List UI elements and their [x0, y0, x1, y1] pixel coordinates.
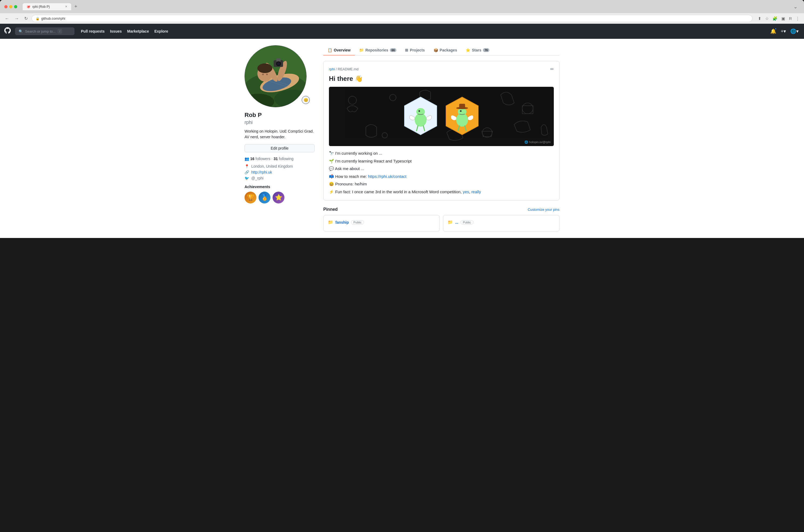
browser-tabs: 🐙 rphi (Rob P) ✕ +: [23, 3, 791, 11]
user-profile-icon[interactable]: R: [788, 15, 793, 22]
readme-list: 🔭 I'm currently working on ... 🌱 I'm cur…: [329, 150, 554, 195]
stars-icon: ⭐: [466, 48, 470, 52]
pinned-header: Pinned Customize your pins: [323, 207, 559, 212]
pinned-section: Pinned Customize your pins 📁 fanship Pub…: [323, 207, 559, 231]
traffic-lights: [4, 5, 17, 8]
browser-titlebar: 🐙 rphi (Rob P) ✕ + ⌄: [0, 0, 804, 13]
reload-button[interactable]: ↻: [23, 15, 30, 22]
followers-label: followers: [256, 157, 270, 161]
globe-language-button[interactable]: 🌐▾: [789, 27, 800, 35]
reader-mode-icon[interactable]: ▣: [780, 15, 786, 22]
share-icon[interactable]: ⬆: [757, 15, 763, 22]
list-item: 😄 Pronouns: he/him: [329, 181, 554, 187]
readme-header: rphi / README.md ✏: [329, 66, 554, 72]
browser-window: 🐙 rphi (Rob P) ✕ + ⌄ ← → ↻ 🔒 github.com/…: [0, 0, 804, 238]
svg-point-17: [266, 74, 268, 75]
nav-marketplace[interactable]: Marketplace: [127, 29, 149, 33]
followers-count[interactable]: 16: [250, 157, 255, 161]
svg-point-16: [262, 74, 264, 75]
list-item: 📫 How to reach me: https://rphi.uk/conta…: [329, 174, 554, 180]
pinned-repo-link-1[interactable]: fanship: [335, 220, 349, 225]
new-item-button[interactable]: +▾: [780, 27, 787, 35]
contact-link[interactable]: https://rphi.uk/contact: [368, 174, 407, 179]
new-tab-button[interactable]: +: [72, 3, 79, 11]
customize-pins-link[interactable]: Customize your pins: [528, 208, 559, 212]
tab-projects[interactable]: ⊞ Projects: [401, 45, 429, 56]
menu-icon[interactable]: ⋮: [794, 15, 801, 22]
close-window-button[interactable]: [4, 5, 7, 8]
avatar-container: 😊: [245, 45, 315, 107]
list-item: 💬 Ask me about ...: [329, 166, 554, 172]
twitter-icon: 🐦: [245, 176, 249, 180]
website-link[interactable]: http://rphi.uk: [251, 170, 272, 174]
readme-path-user[interactable]: rphi: [329, 67, 335, 71]
really-link[interactable]: really: [471, 189, 481, 194]
achievement-badge-3[interactable]: ⭐: [273, 192, 284, 204]
maximize-window-button[interactable]: [14, 5, 17, 8]
search-shortcut: /: [58, 29, 62, 33]
holopin-badge-2: [445, 96, 480, 137]
avatar-emoji-button[interactable]: 😊: [302, 96, 310, 104]
tab-stars[interactable]: ⭐ Stars 76: [461, 45, 494, 56]
tab-repositories[interactable]: 📁 Repositories 66: [355, 45, 401, 56]
edit-readme-icon[interactable]: ✏: [550, 66, 554, 72]
edit-profile-button[interactable]: Edit profile: [245, 144, 315, 152]
repo-visibility-badge-1: Public: [351, 220, 364, 225]
github-page: 🔍 Search or jump to... / Pull requests I…: [0, 24, 804, 238]
notifications-bell[interactable]: 🔔: [769, 27, 777, 35]
repo-visibility-badge-2: Public: [461, 220, 473, 225]
plus-icon: +▾: [781, 28, 786, 34]
packages-label: Packages: [440, 48, 457, 52]
achievement-badge-2[interactable]: 🏅: [259, 192, 270, 204]
nav-issues[interactable]: Issues: [110, 29, 122, 33]
location-icon: 📍: [245, 164, 249, 168]
minimize-window-button[interactable]: [9, 5, 13, 8]
following-label: following: [279, 157, 293, 161]
address-bar[interactable]: 🔒 github.com/rphi: [32, 15, 752, 22]
svg-rect-11: [276, 58, 281, 62]
profile-stats: 👥 16 followers · 31 following: [245, 157, 315, 161]
window-collapse-icon[interactable]: ⌄: [793, 4, 800, 10]
svg-point-20: [390, 94, 396, 101]
profile-display-name: Rob P: [245, 112, 315, 119]
bookmark-icon[interactable]: ☆: [764, 15, 770, 22]
profile-meta: 📍 London, United Kingdom 🔗 http://rphi.u…: [245, 164, 315, 180]
tab-overview[interactable]: 📋 Overview: [323, 45, 355, 56]
profile-main: 📋 Overview 📁 Repositories 66 ⊞ Projects …: [323, 45, 559, 231]
tab-close-button[interactable]: ✕: [65, 5, 68, 8]
svg-point-18: [348, 96, 356, 104]
yes-link[interactable]: yes: [463, 189, 469, 194]
list-item: 🔭 I'm currently working on ...: [329, 150, 554, 157]
profile-bio: Working on Holopin. UoE CompSci Grad. AV…: [245, 129, 315, 140]
search-placeholder: Search or jump to...: [25, 30, 56, 33]
back-button[interactable]: ←: [3, 15, 11, 22]
readme-banner: 🌐 holopin.io/@rphi: [329, 87, 554, 146]
overview-label: Overview: [334, 48, 351, 52]
svg-point-19: [522, 103, 533, 114]
achievement-badge-1[interactable]: 🏆: [245, 192, 257, 204]
svg-point-13: [277, 62, 280, 65]
following-count[interactable]: 31: [274, 157, 278, 161]
repo-icon: 📁: [328, 220, 333, 225]
tab-packages[interactable]: 📦 Packages: [429, 45, 462, 56]
nav-explore[interactable]: Explore: [154, 29, 168, 33]
stars-label: Stars: [472, 48, 481, 52]
extensions-icon[interactable]: 🧩: [771, 15, 779, 22]
notification-dot: [774, 28, 777, 30]
repositories-count: 66: [390, 48, 396, 52]
lock-icon: 🔒: [36, 17, 40, 20]
search-bar[interactable]: 🔍 Search or jump to... /: [15, 27, 74, 35]
pinned-grid: 📁 fanship Public 📁 ... Public: [323, 215, 559, 231]
nav-pull-requests[interactable]: Pull requests: [81, 29, 105, 33]
github-logo[interactable]: [4, 27, 11, 35]
forward-button[interactable]: →: [13, 15, 20, 22]
browser-tab-active[interactable]: 🐙 rphi (Rob P) ✕: [23, 3, 71, 10]
svg-rect-33: [459, 104, 465, 108]
location-text: London, United Kingdom: [251, 164, 293, 168]
achievements-title: Achievements: [245, 185, 315, 189]
pinned-repo-link-2[interactable]: ...: [455, 220, 459, 225]
pinned-card-2: 📁 ... Public: [443, 215, 559, 231]
list-item: 🌱 I'm currently learning React and Types…: [329, 158, 554, 165]
projects-label: Projects: [410, 48, 425, 52]
location-item: 📍 London, United Kingdom: [245, 164, 315, 168]
